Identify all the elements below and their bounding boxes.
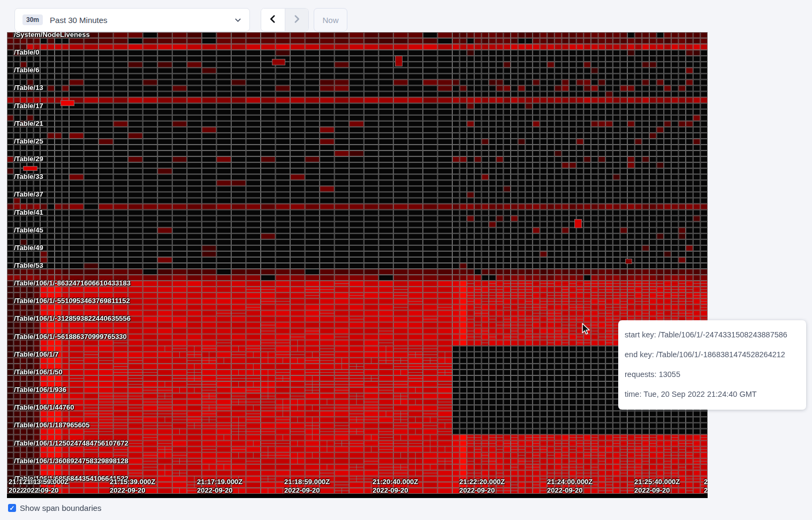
- keyvis-heatmap[interactable]: /System/NodeLiveness/Table/0/Table/6/Tab…: [7, 32, 708, 498]
- tooltip-requests: requests: 13055: [625, 365, 800, 385]
- prev-time-button[interactable]: [261, 9, 285, 31]
- next-time-button[interactable]: [285, 9, 309, 31]
- time-nav-group: [261, 8, 309, 32]
- tooltip-end-key: end key: /Table/106/1/-18683814745282642…: [625, 345, 800, 365]
- chevron-down-icon: [234, 16, 242, 24]
- time-range-select[interactable]: 30m Past 30 Minutes: [14, 8, 250, 32]
- time-range-badge: 30m: [22, 14, 43, 25]
- footer: ✓ Show span boundaries: [8, 503, 102, 513]
- now-button[interactable]: Now: [314, 8, 347, 32]
- toolbar: 30m Past 30 Minutes Now: [14, 8, 347, 32]
- show-span-boundaries-checkbox[interactable]: ✓: [8, 504, 16, 512]
- show-span-boundaries-label: Show span boundaries: [20, 503, 102, 513]
- tooltip-time: time: Tue, 20 Sep 2022 21:24:40 GMT: [625, 385, 800, 404]
- keyvis-heatmap-canvas[interactable]: [7, 32, 708, 498]
- time-range-label: Past 30 Minutes: [50, 16, 108, 25]
- tooltip-start-key: start key: /Table/106/1/-247433150824388…: [625, 325, 800, 345]
- chevron-left-icon: [268, 14, 277, 25]
- key-visualizer-page: 30m Past 30 Minutes Now /System/NodeLive…: [0, 0, 812, 520]
- keyvis-tooltip: start key: /Table/106/1/-247433150824388…: [618, 320, 806, 410]
- chevron-right-icon: [292, 14, 301, 25]
